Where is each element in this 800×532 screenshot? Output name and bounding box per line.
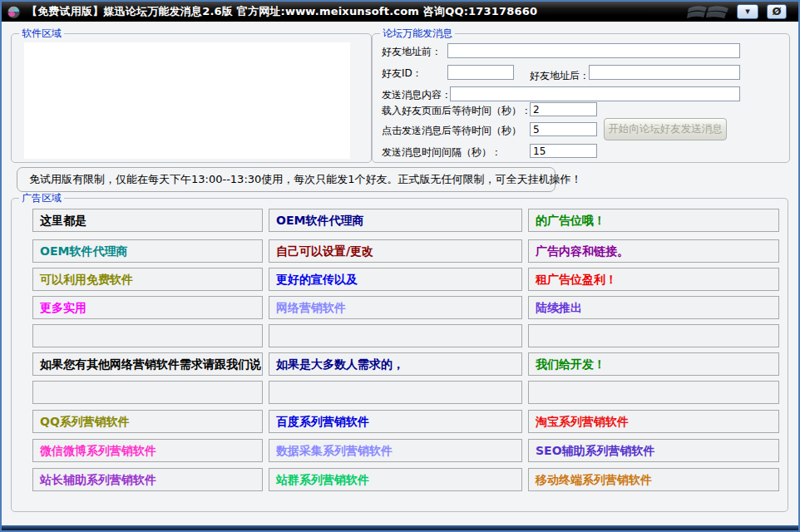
ad-cell bbox=[528, 381, 779, 404]
titlebar-menu-button[interactable]: ▾ bbox=[737, 4, 758, 19]
ad-cell: 微信微博系列营销软件 bbox=[32, 439, 263, 462]
ad-cell: 更多实用 bbox=[32, 296, 263, 319]
ad-cell: SEO辅助系列营销软件 bbox=[528, 439, 779, 462]
ad-cell bbox=[269, 381, 522, 404]
ad-cell: 如果是大多数人需求的， bbox=[269, 352, 522, 376]
windows-flag-icon bbox=[685, 2, 733, 22]
software-display-area bbox=[24, 42, 350, 159]
friend-id-label: 好友ID： bbox=[382, 66, 422, 81]
wait-click-input[interactable] bbox=[530, 122, 597, 136]
ad-cell: 这里都是 bbox=[32, 209, 263, 232]
app-window: 【免费试用版】媒迅论坛万能发消息2.6版 官方网址:www.meixunsoft… bbox=[0, 0, 800, 532]
interval-input[interactable] bbox=[530, 144, 597, 158]
window-title: 【免费试用版】媒迅论坛万能发消息2.6版 官方网址:www.meixunsoft… bbox=[27, 4, 537, 19]
app-icon bbox=[7, 5, 21, 19]
ad-cell: 淘宝系列营销软件 bbox=[528, 410, 779, 433]
ad-cell: 百度系列营销软件 bbox=[269, 410, 522, 433]
window-bottom-edge bbox=[2, 525, 798, 530]
ad-cell: 的广告位哦！ bbox=[528, 209, 779, 232]
ad-cell: 广告内容和链接。 bbox=[528, 239, 779, 263]
title-bar: 【免费试用版】媒迅论坛万能发消息2.6版 官方网址:www.meixunsoft… bbox=[2, 2, 798, 22]
addr-prefix-input[interactable] bbox=[447, 43, 740, 58]
software-area-group: 软件区域 bbox=[11, 33, 372, 163]
message-content-label: 发送消息内容： bbox=[382, 87, 452, 102]
software-area-label: 软件区域 bbox=[19, 27, 64, 40]
ad-area-group: 广告区域 这里都是 OEM软件代理商 的广告位哦！ OEM软件代理商 自己可以设… bbox=[11, 198, 788, 512]
message-form-group: 论坛万能发消息 好友地址前： 好友ID： 好友地址后： 发送消息内容： 载入好友… bbox=[372, 33, 790, 163]
friend-id-input[interactable] bbox=[447, 65, 514, 80]
addr-prefix-label: 好友地址前： bbox=[382, 44, 442, 59]
addr-suffix-input[interactable] bbox=[589, 65, 740, 80]
ad-cell: 移动终端系列营销软件 bbox=[528, 468, 779, 491]
ad-cell: 网络营销软件 bbox=[269, 296, 522, 319]
start-send-button[interactable]: 开始向论坛好友发送消息 bbox=[604, 118, 727, 140]
ad-cell: 可以利用免费软件 bbox=[32, 268, 263, 291]
ad-cell: 如果您有其他网络营销软件需求请跟我们说， bbox=[32, 352, 263, 376]
ad-cell: 陆续推出 bbox=[528, 296, 779, 319]
ad-cell: OEM软件代理商 bbox=[269, 209, 522, 232]
wait-load-input[interactable] bbox=[530, 102, 597, 116]
ad-cell bbox=[269, 324, 522, 347]
trial-notice: 免试用版有限制，仅能在每天下午13:00--13:30使用，每次只能发1个好友。… bbox=[17, 167, 556, 192]
wait-click-label: 点击发送消息后等待时间（秒） bbox=[382, 123, 521, 138]
ad-cell bbox=[32, 324, 263, 347]
ad-cell: 我们给开发！ bbox=[528, 352, 779, 376]
ad-cell: 更好的宣传以及 bbox=[269, 268, 522, 291]
ad-cell: 自己可以设置/更改 bbox=[269, 239, 522, 263]
ad-cell: QQ系列营销软件 bbox=[32, 410, 263, 433]
ad-cell bbox=[32, 381, 263, 404]
message-form-label: 论坛万能发消息 bbox=[380, 27, 455, 40]
ad-area-label: 广告区域 bbox=[19, 192, 64, 204]
wait-load-label: 载入好友页面后等待时间（秒）： bbox=[382, 103, 531, 118]
ad-cell: 租广告位盈利！ bbox=[528, 268, 779, 291]
ad-cell bbox=[528, 324, 779, 347]
ad-cell: 站长辅助系列营销软件 bbox=[32, 468, 263, 491]
ad-cell: 数据采集系列营销软件 bbox=[269, 439, 522, 462]
ad-cell: 站群系列营销软件 bbox=[269, 468, 522, 491]
trial-notice-text: 免试用版有限制，仅能在每天下午13:00--13:30使用，每次只能发1个好友。… bbox=[29, 172, 582, 187]
message-content-input[interactable] bbox=[450, 86, 740, 101]
interval-label: 发送消息时间间隔（秒）： bbox=[382, 145, 501, 160]
ad-cell: OEM软件代理商 bbox=[32, 239, 263, 263]
close-button[interactable]: Ø bbox=[767, 4, 787, 19]
addr-suffix-label: 好友地址后： bbox=[530, 68, 590, 83]
